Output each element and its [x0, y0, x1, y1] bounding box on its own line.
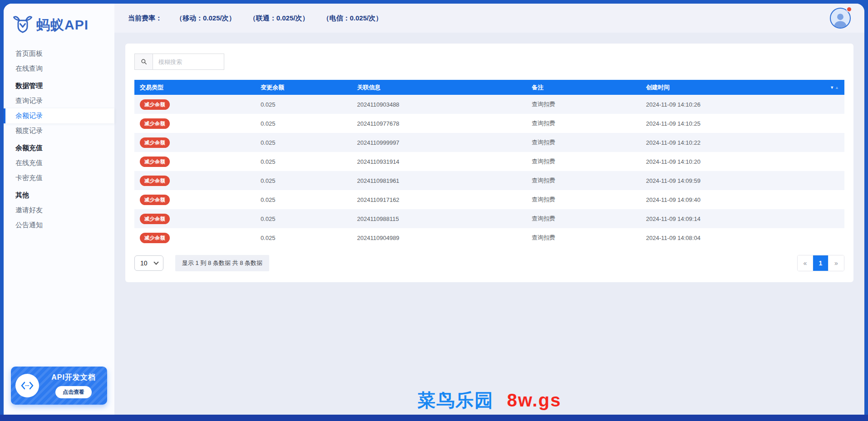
time-cell: 2024-11-09 14:09:40 — [641, 190, 824, 209]
app-shell: 蚂蚁API 首页面板在线查询数据管理查询记录余额记录额度记录余额充值在线充值卡密… — [4, 4, 864, 415]
sidebar-section-label: 数据管理 — [4, 76, 114, 93]
sidebar-section-label: 其他 — [4, 186, 114, 203]
amount-cell: 0.025 — [255, 152, 352, 171]
sidebar-item[interactable]: 额度记录 — [4, 123, 114, 138]
sidebar-item[interactable]: 在线查询 — [4, 61, 114, 76]
table-row: 减少余额0.0252024110903488查询扣费2024-11-09 14:… — [134, 95, 844, 114]
bottom-frame-bar — [0, 415, 868, 421]
transaction-type-badge: 减少余额 — [140, 99, 170, 110]
sidebar-item[interactable]: 首页面板 — [4, 46, 114, 61]
search-row — [134, 54, 844, 70]
watermark-domain: 8w.gs — [507, 390, 562, 410]
table-row: 减少余额0.0252024110917162查询扣费2024-11-09 14:… — [134, 190, 844, 209]
ref-cell: 2024110931914 — [352, 152, 527, 171]
note-cell: 查询扣费 — [526, 114, 641, 133]
note-cell: 查询扣费 — [526, 190, 641, 209]
ant-logo-icon — [13, 15, 33, 35]
time-cell: 2024-11-09 14:08:04 — [641, 228, 824, 247]
amount-cell: 0.025 — [255, 133, 352, 152]
time-cell: 2024-11-09 14:10:22 — [641, 133, 824, 152]
table-row: 减少余额0.0252024110981961查询扣费2024-11-09 14:… — [134, 171, 844, 190]
logo: 蚂蚁API — [4, 4, 114, 44]
prev-page-button[interactable]: « — [798, 255, 813, 271]
code-icon — [15, 374, 39, 397]
table-row: 减少余额0.0252024110988115查询扣费2024-11-09 14:… — [134, 209, 844, 228]
note-cell: 查询扣费 — [526, 209, 641, 228]
note-cell: 查询扣费 — [526, 171, 641, 190]
time-cell: 2024-11-09 14:10:26 — [641, 95, 824, 114]
transaction-type-badge: 减少余额 — [140, 118, 170, 129]
column-header-ref: 关联信息 — [352, 80, 527, 95]
content-area: 交易类型 变更余额 关联信息 备注 创建时间 ▼▲ 减少 — [114, 33, 864, 415]
search-input[interactable] — [153, 54, 224, 70]
sidebar-item[interactable]: 查询记录 — [4, 93, 114, 108]
sidebar-item[interactable]: 卡密充值 — [4, 171, 114, 186]
note-cell: 查询扣费 — [526, 95, 641, 114]
api-card-info: API开发文档 点击查看 — [44, 373, 103, 398]
ref-cell: 2024110988115 — [352, 209, 527, 228]
rate-telecom: （电信：0.025/次） — [322, 14, 382, 23]
notification-dot — [846, 6, 852, 12]
sidebar-item[interactable]: 在线充值 — [4, 156, 114, 171]
table-row: 减少余额0.0252024110999997查询扣费2024-11-09 14:… — [134, 133, 844, 152]
api-docs-card[interactable]: API开发文档 点击查看 — [11, 367, 107, 405]
transaction-type-badge: 减少余额 — [140, 195, 170, 205]
ref-cell: 2024110981961 — [352, 171, 527, 190]
page-size-select[interactable]: 10 — [134, 255, 163, 271]
sidebar-item[interactable]: 邀请好友 — [4, 203, 114, 218]
ref-cell: 2024110977678 — [352, 114, 527, 133]
time-cell: 2024-11-09 14:09:59 — [641, 171, 824, 190]
watermark: 菜鸟乐园 8w.gs — [114, 388, 864, 413]
records-table: 交易类型 变更余额 关联信息 备注 创建时间 ▼▲ 减少 — [134, 80, 844, 247]
rate-unicom: （联通：0.025/次） — [249, 14, 309, 23]
next-page-button[interactable]: » — [829, 255, 844, 271]
column-header-time: 创建时间 — [641, 80, 824, 95]
top-bar: 当前费率： （移动：0.025/次） （联通：0.025/次） （电信：0.02… — [114, 4, 864, 33]
sidebar-section-label: 余额充值 — [4, 138, 114, 156]
main-area: 当前费率： （移动：0.025/次） （联通：0.025/次） （电信：0.02… — [114, 4, 864, 415]
column-header-note: 备注 — [526, 80, 641, 95]
api-card-title: API开发文档 — [51, 373, 96, 382]
page-size-value: 10 — [140, 259, 148, 267]
search-icon[interactable] — [134, 54, 153, 70]
user-avatar[interactable] — [830, 8, 851, 29]
rate-mobile: （移动：0.025/次） — [176, 14, 236, 23]
search-group — [134, 54, 224, 70]
transaction-type-badge: 减少余额 — [140, 176, 170, 186]
transaction-type-badge: 减少余额 — [140, 214, 170, 224]
page-summary: 显示 1 到 8 条数据 共 8 条数据 — [175, 255, 269, 271]
amount-cell: 0.025 — [255, 190, 352, 209]
transaction-type-badge: 减少余额 — [140, 157, 170, 167]
column-header-type: 交易类型 — [134, 80, 255, 95]
amount-cell: 0.025 — [255, 171, 352, 190]
ref-cell: 2024110917162 — [352, 190, 527, 209]
pagination: « 1 » — [797, 255, 844, 271]
amount-cell: 0.025 — [255, 209, 352, 228]
chevron-down-icon — [153, 259, 158, 264]
note-cell: 查询扣费 — [526, 152, 641, 171]
time-cell: 2024-11-09 14:10:20 — [641, 152, 824, 171]
transaction-type-badge: 减少余额 — [140, 233, 170, 243]
table-footer: 10 显示 1 到 8 条数据 共 8 条数据 « 1 » — [134, 255, 844, 271]
time-cell: 2024-11-09 14:10:25 — [641, 114, 824, 133]
column-header-amount: 变更余额 — [255, 80, 352, 95]
api-docs-view-button[interactable]: 点击查看 — [55, 386, 92, 398]
amount-cell: 0.025 — [255, 114, 352, 133]
table-body: 减少余额0.0252024110903488查询扣费2024-11-09 14:… — [134, 95, 844, 247]
sidebar-menu: 首页面板在线查询数据管理查询记录余额记录额度记录余额充值在线充值卡密充值其他邀请… — [4, 44, 114, 360]
table-header-row: 交易类型 变更余额 关联信息 备注 创建时间 ▼▲ — [134, 80, 844, 95]
sidebar: 蚂蚁API 首页面板在线查询数据管理查询记录余额记录额度记录余额充值在线充值卡密… — [4, 4, 114, 415]
app-title: 蚂蚁API — [36, 16, 89, 34]
sort-icon[interactable]: ▼▲ — [829, 85, 839, 90]
page-1-button[interactable]: 1 — [813, 255, 829, 271]
note-cell: 查询扣费 — [526, 228, 641, 247]
ref-cell: 2024110903488 — [352, 95, 527, 114]
ref-cell: 2024110999997 — [352, 133, 527, 152]
sidebar-item[interactable]: 余额记录 — [4, 108, 114, 123]
rate-label: 当前费率： — [128, 14, 162, 23]
table-row: 减少余额0.0252024110904989查询扣费2024-11-09 14:… — [134, 228, 844, 247]
table-row: 减少余额0.0252024110931914查询扣费2024-11-09 14:… — [134, 152, 844, 171]
time-cell: 2024-11-09 14:09:14 — [641, 209, 824, 228]
sidebar-item[interactable]: 公告通知 — [4, 218, 114, 233]
records-card: 交易类型 变更余额 关联信息 备注 创建时间 ▼▲ 减少 — [125, 44, 853, 282]
